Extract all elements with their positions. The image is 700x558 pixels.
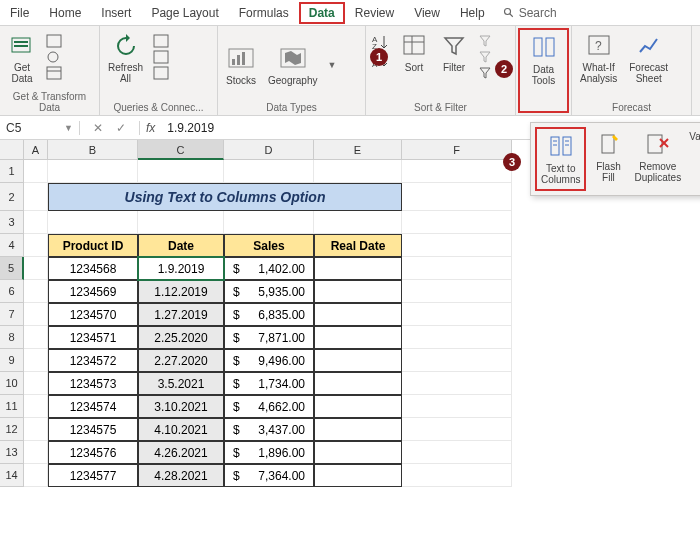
formula-value[interactable]: 1.9.2019 bbox=[161, 121, 220, 135]
cancel-icon[interactable]: ✕ bbox=[93, 121, 103, 135]
fx-icon[interactable]: fx bbox=[140, 121, 161, 135]
geography-button[interactable]: Geography bbox=[266, 43, 319, 88]
row-header-12[interactable]: 12 bbox=[0, 418, 24, 441]
remove-duplicates-button[interactable]: Remove Duplicates bbox=[630, 127, 685, 191]
tab-insert[interactable]: Insert bbox=[91, 2, 141, 24]
text-to-columns-button[interactable]: Text to Columns bbox=[535, 127, 586, 191]
cell-real[interactable] bbox=[314, 257, 402, 280]
cell-real[interactable] bbox=[314, 326, 402, 349]
what-if-button[interactable]: ? What-If Analysis bbox=[578, 30, 619, 86]
from-table-icon[interactable] bbox=[46, 66, 62, 80]
cell-date-selected[interactable]: 1.9.2019 bbox=[138, 257, 224, 280]
row-header-3[interactable]: 3 bbox=[0, 211, 24, 234]
cell-sales[interactable]: $1,896.00 bbox=[224, 441, 314, 464]
header-date[interactable]: Date bbox=[138, 234, 224, 257]
cell-pid[interactable]: 1234571 bbox=[48, 326, 138, 349]
cell-sales[interactable]: $1,402.00 bbox=[224, 257, 314, 280]
row-header-4[interactable]: 4 bbox=[0, 234, 24, 257]
col-header-A[interactable]: A bbox=[24, 140, 48, 160]
cell-date[interactable]: 4.26.2021 bbox=[138, 441, 224, 464]
tab-review[interactable]: Review bbox=[345, 2, 404, 24]
header-product-id[interactable]: Product ID bbox=[48, 234, 138, 257]
name-box-dropdown-icon[interactable]: ▼ bbox=[64, 123, 73, 133]
cell-date[interactable]: 4.10.2021 bbox=[138, 418, 224, 441]
col-header-E[interactable]: E bbox=[314, 140, 402, 160]
from-text-icon[interactable] bbox=[46, 34, 62, 48]
cell-real[interactable] bbox=[314, 464, 402, 487]
clear-filter-icon[interactable] bbox=[478, 34, 494, 48]
row-header-14[interactable]: 14 bbox=[0, 464, 24, 487]
title-cell[interactable]: Using Text to Columns Option bbox=[48, 183, 402, 211]
cell-date[interactable]: 4.28.2021 bbox=[138, 464, 224, 487]
row-header-6[interactable]: 6 bbox=[0, 280, 24, 303]
col-header-B[interactable]: B bbox=[48, 140, 138, 160]
cell-pid[interactable]: 1234573 bbox=[48, 372, 138, 395]
cell-sales[interactable]: $7,364.00 bbox=[224, 464, 314, 487]
cell-date[interactable]: 1.27.2019 bbox=[138, 303, 224, 326]
properties-icon[interactable] bbox=[153, 50, 169, 64]
name-box[interactable]: C5 ▼ bbox=[0, 121, 80, 135]
col-header-F[interactable]: F bbox=[402, 140, 512, 160]
cell-sales[interactable]: $3,437.00 bbox=[224, 418, 314, 441]
cell-sales[interactable]: $5,935.00 bbox=[224, 280, 314, 303]
cell-pid[interactable]: 1234570 bbox=[48, 303, 138, 326]
cell-sales[interactable]: $9,496.00 bbox=[224, 349, 314, 372]
cell-sales[interactable]: $7,871.00 bbox=[224, 326, 314, 349]
cell-real[interactable] bbox=[314, 349, 402, 372]
cell-pid[interactable]: 1234574 bbox=[48, 395, 138, 418]
tab-data[interactable]: Data bbox=[299, 2, 345, 24]
filter-button[interactable]: Filter bbox=[438, 30, 470, 75]
cell-sales[interactable]: $1,734.00 bbox=[224, 372, 314, 395]
search-box[interactable]: Search bbox=[503, 6, 557, 20]
tab-page-layout[interactable]: Page Layout bbox=[141, 2, 228, 24]
row-header-2[interactable]: 2 bbox=[0, 183, 24, 211]
col-header-C[interactable]: C bbox=[138, 140, 224, 160]
tab-view[interactable]: View bbox=[404, 2, 450, 24]
data-validation-button[interactable]: Val bbox=[689, 127, 700, 191]
cell-pid[interactable]: 1234577 bbox=[48, 464, 138, 487]
chevron-down-icon[interactable]: ▼ bbox=[328, 60, 337, 70]
refresh-all-button[interactable]: Refresh All bbox=[106, 30, 145, 86]
row-header-8[interactable]: 8 bbox=[0, 326, 24, 349]
cell-date[interactable]: 1.12.2019 bbox=[138, 280, 224, 303]
cell-date[interactable]: 2.25.2020 bbox=[138, 326, 224, 349]
cell-real[interactable] bbox=[314, 441, 402, 464]
row-header-9[interactable]: 9 bbox=[0, 349, 24, 372]
row-header-5[interactable]: 5 bbox=[0, 257, 24, 280]
queries-icon[interactable] bbox=[153, 34, 169, 48]
tab-file[interactable]: File bbox=[0, 2, 39, 24]
sort-button[interactable]: Sort bbox=[398, 30, 430, 75]
cell-real[interactable] bbox=[314, 395, 402, 418]
tab-home[interactable]: Home bbox=[39, 2, 91, 24]
cell-pid[interactable]: 1234572 bbox=[48, 349, 138, 372]
forecast-sheet-button[interactable]: Forecast Sheet bbox=[627, 30, 670, 86]
select-all-corner[interactable] bbox=[0, 140, 24, 160]
tab-help[interactable]: Help bbox=[450, 2, 495, 24]
flash-fill-button[interactable]: Flash Fill bbox=[590, 127, 626, 191]
cell-real[interactable] bbox=[314, 418, 402, 441]
cell-date[interactable]: 3.10.2021 bbox=[138, 395, 224, 418]
cell-pid[interactable]: 1234568 bbox=[48, 257, 138, 280]
row-header-1[interactable]: 1 bbox=[0, 160, 24, 183]
from-web-icon[interactable] bbox=[46, 50, 62, 64]
reapply-icon[interactable] bbox=[478, 50, 494, 64]
cell-real[interactable] bbox=[314, 372, 402, 395]
cell-pid[interactable]: 1234576 bbox=[48, 441, 138, 464]
cell-sales[interactable]: $6,835.00 bbox=[224, 303, 314, 326]
row-header-10[interactable]: 10 bbox=[0, 372, 24, 395]
cell-pid[interactable]: 1234575 bbox=[48, 418, 138, 441]
stocks-button[interactable]: Stocks bbox=[224, 43, 258, 88]
cell-real[interactable] bbox=[314, 280, 402, 303]
row-header-13[interactable]: 13 bbox=[0, 441, 24, 464]
edit-links-icon[interactable] bbox=[153, 66, 169, 80]
cell-real[interactable] bbox=[314, 303, 402, 326]
data-tools-button[interactable]: Data Tools bbox=[522, 32, 565, 88]
row-header-7[interactable]: 7 bbox=[0, 303, 24, 326]
header-real-date[interactable]: Real Date bbox=[314, 234, 402, 257]
get-data-button[interactable]: Get Data bbox=[6, 30, 38, 86]
cell-sales[interactable]: $4,662.00 bbox=[224, 395, 314, 418]
cell-date[interactable]: 3.5.2021 bbox=[138, 372, 224, 395]
tab-formulas[interactable]: Formulas bbox=[229, 2, 299, 24]
advanced-icon[interactable] bbox=[478, 66, 494, 80]
row-header-11[interactable]: 11 bbox=[0, 395, 24, 418]
